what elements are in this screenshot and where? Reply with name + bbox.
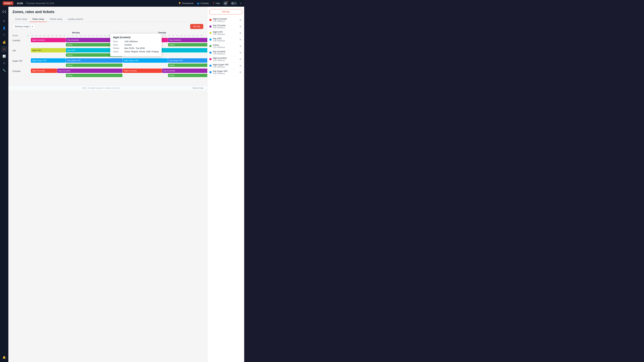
supervip-expand-icon[interactable]: › — [29, 64, 30, 66]
supervip-school-row: School School — [31, 63, 203, 67]
supervip-zone-label: Super VIP — [12, 58, 31, 63]
current-date: Thursday, Novemeber 25, 2021 — [26, 2, 54, 4]
tournament-icon: 🏆 — [178, 2, 181, 4]
logout-btn[interactable]: ⎋ — [240, 2, 242, 4]
sidebar-notifications-icon[interactable]: 🔔 — [1, 354, 7, 360]
console-day-tue[interactable]: Day (Console) — [162, 68, 207, 73]
comfort-day-tue[interactable]: Day (Comfort) — [168, 38, 207, 42]
sidebar-collapse-btn[interactable]: ❮❮ — [1, 8, 7, 14]
hour-cell: 19 — [98, 34, 103, 37]
comfort-school-tue[interactable]: School — [168, 43, 207, 46]
hour-cell: 13 — [74, 34, 78, 37]
console-school-mon[interactable]: School — [66, 74, 122, 77]
rate-item-left: Night (VIP) 4.50 USD/hour — [210, 31, 225, 35]
rate-name: Day (Console) — [213, 24, 226, 27]
sidebar-settings-icon[interactable]: ⚙ — [1, 60, 7, 66]
delete-rate-button[interactable]: 🗑 — [239, 31, 242, 34]
terms-link[interactable]: Terms of Use — [192, 87, 203, 89]
monday-header: Monday — [31, 31, 121, 34]
delete-rate-button[interactable]: 🗑 — [239, 71, 242, 74]
supervip-night-mon[interactable]: Night (Super VIP) — [31, 58, 66, 63]
hour-cell: 20 — [103, 34, 107, 37]
hour-cell: 17 — [90, 34, 94, 37]
sidebar: ❮❮ ⊞ 👤 ⏱ 💰 🗂 📊 ⚙ 🔧 🔔 — [0, 7, 8, 362]
console-day-mon[interactable]: Day (Console) — [57, 68, 122, 73]
console-school-tue[interactable]: School — [168, 74, 207, 77]
tab-tickets-setup[interactable]: Tickets setup — [47, 16, 65, 22]
comfort-night-mon[interactable]: Night (Comfort) — [31, 38, 66, 42]
rate-list-item: Day (Console) 3.50 USD/hour 🗑 — [210, 23, 242, 30]
rate-price: 4.50 USD/hour — [213, 72, 228, 74]
help-link[interactable]: ❓ Help — [212, 2, 220, 4]
rate-name: Night (VIP) — [213, 31, 225, 33]
tooltip-zone-row: Zone: Comfort — [113, 44, 159, 46]
delete-rate-button[interactable]: 🗑 — [239, 18, 242, 21]
rate-item-left: Day (VIP) 4.00 USD/hour — [210, 37, 225, 42]
zones-header-label: Zones — [12, 34, 26, 37]
tournaments-link[interactable]: 🏆 Tournaments — [178, 2, 194, 4]
hour-cell: 17 — [187, 34, 191, 37]
tooltip-users-value: Guest, Regular, School, Staff, Postpay — [124, 50, 159, 53]
rate-item-left: Night (Super VIP) 6.50 USD/hour — [210, 63, 228, 68]
main-layout: ❮❮ ⊞ 👤 ⏱ 💰 🗂 📊 ⚙ 🔧 🔔 Zones, rates and ti… — [0, 7, 244, 362]
rate-info: Night (VIP) 4.50 USD/hour — [213, 31, 225, 35]
delete-rate-button[interactable]: 🗑 — [239, 44, 242, 48]
tab-loyalty-program[interactable]: Loyalty program — [65, 16, 86, 22]
user-avatar[interactable]: JS — [223, 1, 228, 5]
delete-rate-button[interactable]: 🗑 — [239, 38, 242, 41]
hour-cell: 14 — [78, 34, 82, 37]
sidebar-sessions-icon[interactable]: ⏱ — [1, 32, 7, 38]
sidebar-dashboard-icon[interactable]: ⊞ — [1, 18, 7, 24]
sidebar-finance-icon[interactable]: 💰 — [1, 39, 7, 45]
zone-row-comfort: Comfort Night (Comfort) Day (Comfort) Ni… — [12, 38, 203, 43]
rate-item-left: Night (Console) 5.00 USD/hour — [210, 18, 227, 22]
rate-color-dot — [210, 58, 212, 60]
comfort-sub-row: › School School — [12, 43, 203, 47]
sidebar-users-icon[interactable]: 👤 — [1, 25, 7, 31]
supervip-school-mon[interactable]: School — [66, 63, 122, 67]
rate-price: 3.50 USD/hour — [213, 59, 226, 61]
hour-cell: 14 — [175, 34, 179, 37]
supervip-day-mon[interactable]: Day (Super VIP) — [66, 58, 122, 63]
console-night-mon2[interactable]: Night (Console) — [122, 68, 162, 73]
vip-night-mon[interactable]: Night (VIP) — [31, 48, 66, 52]
sidebar-bottom: 🔔 — [1, 354, 7, 360]
rate-price: 4.50 USD/hour — [213, 33, 225, 35]
page-header: Zones, rates and tickets — [8, 7, 207, 14]
supervip-night-mon2[interactable]: Night (Super VIP) — [122, 58, 168, 63]
rate-color-dot — [210, 45, 212, 47]
tab-rates-setup[interactable]: Rates setup — [30, 16, 47, 22]
sidebar-reports-icon[interactable]: 📊 — [1, 53, 7, 59]
sidebar-zones-icon[interactable]: 🗂 — [1, 46, 7, 52]
delete-rate-button[interactable]: 🗑 — [239, 51, 242, 54]
delete-rate-button[interactable]: 🗑 — [239, 58, 242, 61]
supervip-school-tue[interactable]: School — [168, 63, 207, 67]
rate-list-item: Day (VIP) 4.00 USD/hour 🗑 — [210, 36, 242, 43]
hour-cell: 01 — [26, 34, 30, 37]
location-dropdown[interactable]: Gaming Lounge 1 ▾ — [12, 24, 35, 29]
comfort-expand-icon[interactable]: › — [29, 44, 30, 46]
add-rate-button[interactable]: Add rate — [210, 9, 242, 14]
consoles-link[interactable]: 👥 Consoles — [197, 2, 209, 4]
hour-cell: 09 — [58, 34, 62, 37]
vip-zone-label: VIP — [12, 48, 31, 53]
delete-rate-button[interactable]: 🗑 — [239, 64, 242, 67]
rate-name: Night (Console) — [213, 18, 227, 20]
theme-toggle[interactable] — [231, 2, 237, 5]
tab-zones-setup[interactable]: Zones setup — [12, 16, 30, 22]
hour-cell: 18 — [94, 34, 98, 37]
console-school-row: School School — [31, 74, 203, 77]
monday-hours: 0102030405060708091011121314151617181920… — [26, 34, 123, 37]
console-expand-icon[interactable]: › — [29, 75, 30, 77]
sidebar-integrations-icon[interactable]: 🔧 — [1, 67, 7, 73]
console-night-mon[interactable]: Night (Console) — [31, 68, 57, 73]
rate-price: 6.50 USD/hour — [213, 66, 228, 68]
vip-sub-row: › School — [12, 53, 203, 57]
rate-price: 1.50 USD/hour — [213, 46, 225, 48]
console-zone-label: Console — [12, 68, 31, 74]
set-rate-button[interactable]: Set rate — [190, 24, 203, 29]
delete-rate-button[interactable]: 🗑 — [239, 25, 242, 28]
supervip-day-tue[interactable]: Day (Super VIP) — [168, 58, 207, 63]
vip-expand-icon[interactable]: › — [29, 54, 30, 56]
calendar-container: Monday Tuesday Zones 0102030405060708091… — [8, 31, 207, 79]
